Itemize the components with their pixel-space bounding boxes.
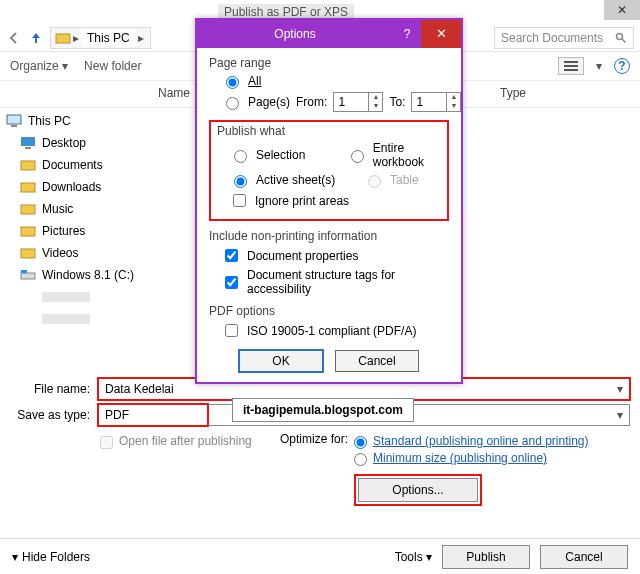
tree-obscured xyxy=(0,286,148,308)
chevron-down-icon[interactable]: ▾ xyxy=(617,408,623,422)
svg-rect-12 xyxy=(21,205,35,214)
desktop-icon xyxy=(20,136,36,150)
computer-icon xyxy=(6,114,22,128)
folder-icon xyxy=(20,224,36,238)
hide-folders-button[interactable]: ▾ Hide Folders xyxy=(12,550,90,564)
publish-button[interactable]: Publish xyxy=(442,545,530,569)
svg-rect-15 xyxy=(21,273,35,279)
dialog-title: Options xyxy=(197,27,393,41)
drive-icon xyxy=(20,268,36,282)
publish-what-group: Publish what Selection Entire workbook A… xyxy=(209,120,449,221)
svg-rect-16 xyxy=(21,270,27,273)
page-range-pages-radio[interactable]: Page(s) xyxy=(221,94,290,110)
tree-music[interactable]: Music xyxy=(0,198,148,220)
view-mode-button[interactable] xyxy=(558,57,584,75)
folder-icon xyxy=(20,180,36,194)
tree-this-pc[interactable]: This PC xyxy=(0,110,148,132)
help-icon[interactable]: ? xyxy=(614,58,630,74)
folder-icon xyxy=(20,158,36,172)
up-icon[interactable] xyxy=(28,30,44,46)
tree-documents[interactable]: Documents xyxy=(0,154,148,176)
cancel-button[interactable]: Cancel xyxy=(540,545,628,569)
svg-rect-9 xyxy=(25,147,31,149)
back-icon[interactable] xyxy=(6,30,22,46)
svg-point-1 xyxy=(617,33,623,39)
nav-tree: This PC Desktop Documents Downloads Musi… xyxy=(0,110,148,330)
options-dialog: Options ? ✕ Page range All Page(s) From:… xyxy=(195,18,463,384)
from-spinner[interactable]: 1▲▼ xyxy=(333,92,383,112)
chevron-right-icon: ▸ xyxy=(136,31,146,45)
table-radio: Table xyxy=(363,172,419,188)
tree-desktop[interactable]: Desktop xyxy=(0,132,148,154)
page-range-all-radio[interactable]: All xyxy=(221,73,449,89)
chevron-down-icon: ▾ xyxy=(426,550,432,564)
tree-obscured xyxy=(0,308,148,330)
doc-properties-checkbox[interactable]: Document properties xyxy=(221,246,449,265)
tree-drive-c[interactable]: Windows 8.1 (C:) xyxy=(0,264,148,286)
svg-rect-11 xyxy=(21,183,35,192)
page-range-group: Page range All Page(s) From: 1▲▼ To: 1▲▼ xyxy=(209,56,449,112)
svg-rect-13 xyxy=(21,227,35,236)
ok-button[interactable]: OK xyxy=(239,350,323,372)
folder-icon xyxy=(55,30,71,46)
svg-line-2 xyxy=(622,38,626,42)
tools-menu[interactable]: Tools ▾ xyxy=(395,550,432,564)
tree-videos[interactable]: Videos xyxy=(0,242,148,264)
doc-structure-checkbox[interactable]: Document structure tags for accessibilit… xyxy=(221,268,449,296)
folder-icon xyxy=(20,246,36,260)
cancel-button[interactable]: Cancel xyxy=(335,350,419,372)
parent-close-button[interactable]: ✕ xyxy=(604,0,640,20)
svg-rect-0 xyxy=(56,34,70,43)
iso-compliant-checkbox[interactable]: ISO 19005-1 compliant (PDF/A) xyxy=(221,321,449,340)
chevron-right-icon: ▸ xyxy=(71,31,81,45)
optimize-label: Optimize for: xyxy=(280,432,348,506)
tree-downloads[interactable]: Downloads xyxy=(0,176,148,198)
dialog-titlebar: Options ? ✕ xyxy=(197,20,461,48)
svg-rect-5 xyxy=(564,69,578,71)
selection-radio[interactable]: Selection xyxy=(229,147,322,163)
breadcrumb-seg[interactable]: This PC xyxy=(81,29,136,47)
svg-rect-8 xyxy=(21,137,35,146)
footer-bar: ▾ Hide Folders Tools ▾ Publish Cancel xyxy=(0,538,640,574)
svg-rect-14 xyxy=(21,249,35,258)
pdf-options-group: PDF options ISO 19005-1 compliant (PDF/A… xyxy=(209,304,449,340)
chevron-down-icon: ▾ xyxy=(62,59,68,73)
from-label: From: xyxy=(296,95,327,109)
entire-workbook-radio[interactable]: Entire workbook xyxy=(346,141,441,169)
search-placeholder: Search Documents xyxy=(501,31,603,45)
file-name-label: File name: xyxy=(10,382,98,396)
help-icon[interactable]: ? xyxy=(393,27,421,41)
options-button[interactable]: Options... xyxy=(358,478,478,502)
to-label: To: xyxy=(389,95,405,109)
tree-pictures[interactable]: Pictures xyxy=(0,220,148,242)
search-icon xyxy=(615,32,627,44)
open-after-checkbox[interactable]: Open file after publishing xyxy=(100,434,280,449)
svg-rect-6 xyxy=(7,115,21,124)
include-nonprinting-group: Include non-printing information Documen… xyxy=(209,229,449,296)
save-type-field-hl[interactable]: PDF xyxy=(98,404,208,426)
optimize-minimum-radio[interactable]: Minimum size (publishing online) xyxy=(354,451,588,466)
search-input[interactable]: Search Documents xyxy=(494,27,634,49)
breadcrumb[interactable]: ▸ This PC ▸ xyxy=(50,27,151,49)
to-spinner[interactable]: 1▲▼ xyxy=(411,92,461,112)
svg-rect-7 xyxy=(11,125,17,127)
ignore-print-areas-checkbox[interactable]: Ignore print areas xyxy=(229,191,441,210)
svg-rect-4 xyxy=(564,65,578,67)
organize-menu[interactable]: Organize ▾ xyxy=(10,59,68,73)
watermark-label: it-bagipemula.blogspot.com xyxy=(232,398,414,422)
active-sheets-radio[interactable]: Active sheet(s) xyxy=(229,172,339,188)
save-type-label: Save as type: xyxy=(10,408,98,422)
col-type[interactable]: Type xyxy=(490,81,536,107)
new-folder-button[interactable]: New folder xyxy=(84,59,141,73)
optimize-standard-radio[interactable]: Standard (publishing online and printing… xyxy=(354,434,588,449)
svg-rect-10 xyxy=(21,161,35,170)
chevron-down-icon: ▾ xyxy=(12,550,18,564)
chevron-down-icon[interactable]: ▾ xyxy=(617,382,623,396)
close-icon[interactable]: ✕ xyxy=(421,20,461,48)
folder-icon xyxy=(20,202,36,216)
svg-rect-3 xyxy=(564,61,578,63)
